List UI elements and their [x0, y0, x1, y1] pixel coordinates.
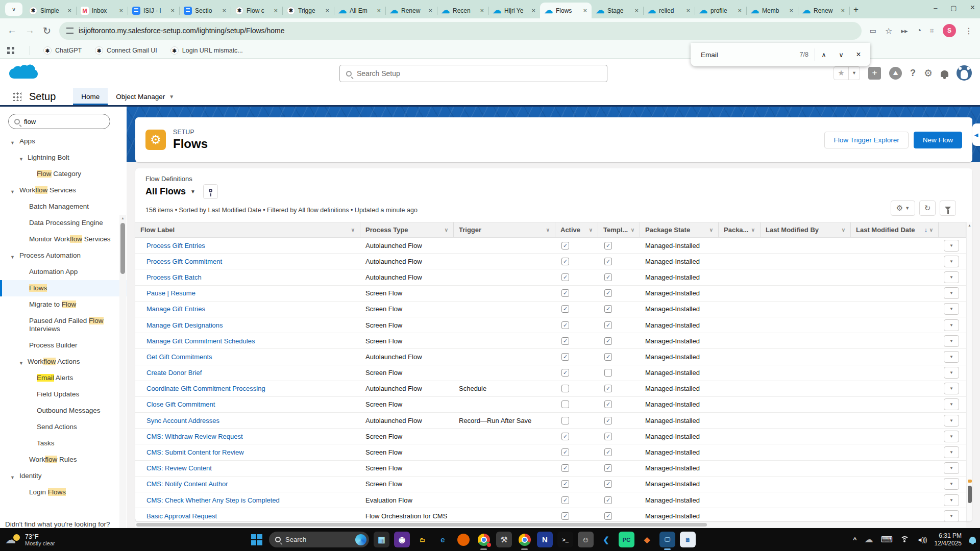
tab-close-icon[interactable]: ×	[427, 7, 434, 14]
notifications-bell-icon[interactable]	[941, 70, 948, 77]
row-actions-button[interactable]: ▼	[944, 415, 959, 427]
notification-bell-icon[interactable]	[969, 537, 976, 543]
sidebar-item-field-updates[interactable]: Field Updates	[0, 386, 127, 403]
sidebar-item-monitor-workflow-services[interactable]: Monitor Workflow Services	[0, 231, 127, 247]
flow-label-link[interactable]: CMS: Check Whether Any Step is Completed	[146, 496, 280, 504]
find-close-icon[interactable]: ×	[850, 46, 867, 63]
column-header-packa-[interactable]: Packa...∨	[719, 222, 761, 237]
flow-label-link[interactable]: Process Gift Entries	[146, 242, 205, 249]
remote-desktop-icon[interactable]: 🖵	[659, 532, 675, 547]
chrome-badged-icon[interactable]	[476, 532, 492, 547]
view-caret-icon[interactable]: ▼	[190, 189, 195, 194]
flow-label-link[interactable]: CMS: Submit Content for Review	[146, 448, 244, 456]
flow-label-link[interactable]: Close Gift Commitment	[146, 400, 215, 408]
sidebar-item-data-processing-engine[interactable]: Data Processing Engine	[0, 215, 127, 231]
bookmark-connect-gmail-ui[interactable]: ✱Connect Gmail UI	[95, 46, 157, 55]
row-actions-button[interactable]: ▼	[944, 335, 959, 347]
cast-icon[interactable]: ▭	[870, 27, 876, 35]
list-settings-button[interactable]: ⚙▼	[891, 201, 915, 216]
sidebar-item-apps[interactable]: ▼Apps	[0, 133, 127, 149]
tab-close-icon[interactable]: ×	[530, 7, 537, 14]
tools-app-icon[interactable]: ⚒	[496, 532, 512, 547]
browser-tab-renew[interactable]: ☁Renew×	[385, 3, 437, 18]
browser-tab-memb[interactable]: ☁Memb×	[746, 3, 798, 18]
app-launcher-icon[interactable]	[12, 92, 21, 101]
sidebar-item-flows[interactable]: Flows	[0, 280, 127, 296]
browser-tab-hijri-ye[interactable]: ☁Hijri Ye×	[488, 3, 540, 18]
tab-close-icon[interactable]: ×	[788, 7, 795, 14]
flow-label-link[interactable]: Manage Gift Commitment Schedules	[146, 337, 255, 345]
taskbar-search-box[interactable]: Search	[269, 532, 369, 547]
flow-label-link[interactable]: Create Donor Brief	[146, 369, 202, 377]
row-actions-button[interactable]: ▼	[944, 287, 959, 299]
favorites-caret-icon[interactable]: ▼	[848, 67, 860, 80]
media-controls-icon[interactable]: ▸▸	[901, 27, 908, 35]
maximize-icon[interactable]: ▢	[950, 4, 957, 12]
chevron-down-icon[interactable]: ▼	[10, 188, 15, 196]
reload-icon[interactable]: ↻	[43, 25, 51, 37]
bookmark-chatgpt[interactable]: ✱ChatGPT	[43, 46, 82, 55]
tab-close-icon[interactable]: ×	[633, 7, 640, 14]
sidebar-item-paused-and-failed-flow-interviews[interactable]: Paused And Failed Flow Interviews	[0, 313, 127, 337]
scrollbar-thumb[interactable]	[120, 223, 125, 274]
chevron-down-icon[interactable]: ∨	[546, 227, 550, 233]
sidebar-item-identity[interactable]: ▼Identity	[0, 468, 127, 484]
row-actions-button[interactable]: ▼	[944, 240, 959, 252]
tab-close-icon[interactable]: ×	[478, 7, 485, 14]
sidebar-scrollbar[interactable]: ▲ ▼	[119, 215, 126, 528]
sidebar-item-lightning-bolt[interactable]: ▼Lightning Bolt	[0, 149, 127, 166]
camera-app-icon[interactable]: ◉	[394, 532, 410, 547]
list-view-selector[interactable]: All Flows	[145, 186, 186, 197]
start-button-icon[interactable]	[251, 534, 262, 545]
edge-icon[interactable]: e	[435, 532, 451, 547]
file-explorer-icon[interactable]: 🗀	[414, 532, 430, 547]
browser-tab-flow-c[interactable]: ✱Flow c×	[231, 3, 282, 18]
sidebar-item-workflow-actions[interactable]: ▼Workflow Actions	[0, 354, 127, 370]
apps-grid-icon[interactable]	[7, 47, 14, 54]
find-query-input[interactable]: Email	[701, 51, 800, 59]
sidebar-item-process-automation[interactable]: ▼Process Automation	[0, 247, 127, 264]
row-actions-button[interactable]: ▼	[944, 478, 959, 490]
row-actions-button[interactable]: ▼	[944, 303, 959, 315]
row-actions-button[interactable]: ▼	[944, 256, 959, 267]
tab-close-icon[interactable]: ×	[220, 7, 228, 14]
chevron-down-icon[interactable]: ▼	[19, 155, 23, 163]
flow-label-link[interactable]: CMS: Review Content	[146, 464, 212, 472]
chevron-down-icon[interactable]: ▼	[10, 473, 15, 482]
column-header-last-modified-date[interactable]: Last Modified Date↓∨	[851, 222, 939, 237]
sidebar-item-batch-management[interactable]: Batch Management	[0, 198, 127, 215]
sidebar-footer-link[interactable]: Didn't find what you're looking for?	[5, 520, 110, 528]
nav-tab-object-manager[interactable]: Object Manager▼	[108, 88, 182, 105]
new-tab-button[interactable]: +	[853, 5, 859, 15]
row-actions-button[interactable]: ▼	[944, 431, 959, 442]
tab-close-icon[interactable]: ×	[66, 7, 73, 14]
kite-app-icon[interactable]: ◆	[639, 532, 655, 547]
browser-tab-renew[interactable]: ☁Renew×	[798, 3, 849, 18]
table-horizontal-scrollbar[interactable]	[135, 522, 966, 528]
browser-tab-trigge[interactable]: ✱Trigge×	[282, 3, 334, 18]
scroll-up-icon[interactable]: ▲	[121, 216, 125, 220]
chevron-down-icon[interactable]: ▼	[10, 139, 15, 147]
row-actions-button[interactable]: ▼	[944, 271, 959, 283]
chrome-icon[interactable]	[517, 532, 532, 547]
setup-search-box[interactable]	[339, 65, 607, 82]
back-icon[interactable]: ←	[7, 25, 17, 36]
row-actions-button[interactable]: ▼	[944, 494, 959, 506]
onedrive-icon[interactable]: ☁	[865, 534, 873, 545]
flow-label-link[interactable]: Pause | Resume	[146, 289, 195, 297]
flow-label-link[interactable]: Manage Gift Entries	[146, 305, 205, 313]
chevron-down-icon[interactable]: ∨	[929, 227, 933, 233]
scrollbar-thumb[interactable]	[136, 523, 707, 527]
flow-label-link[interactable]: Coordinate Gift Commitment Processing	[146, 385, 265, 392]
browser-tab-stage[interactable]: ☁Stage×	[592, 3, 643, 18]
menu-kebab-icon[interactable]: ⋮	[965, 26, 973, 36]
chevron-down-icon[interactable]: ∨	[589, 227, 593, 233]
terminal-icon[interactable]: >_	[557, 532, 573, 547]
browser-tab-recen[interactable]: ☁Recen×	[437, 3, 488, 18]
flow-label-link[interactable]: Get Gift Commitments	[146, 353, 212, 361]
column-header-templ-[interactable]: Templ...∨	[598, 222, 640, 237]
assistant-app-icon[interactable]: ☺	[578, 532, 594, 547]
tab-close-icon[interactable]: ×	[324, 7, 331, 14]
browser-tab-sectio[interactable]: Sectio×	[179, 3, 231, 18]
sidebar-search-input[interactable]	[24, 118, 104, 126]
